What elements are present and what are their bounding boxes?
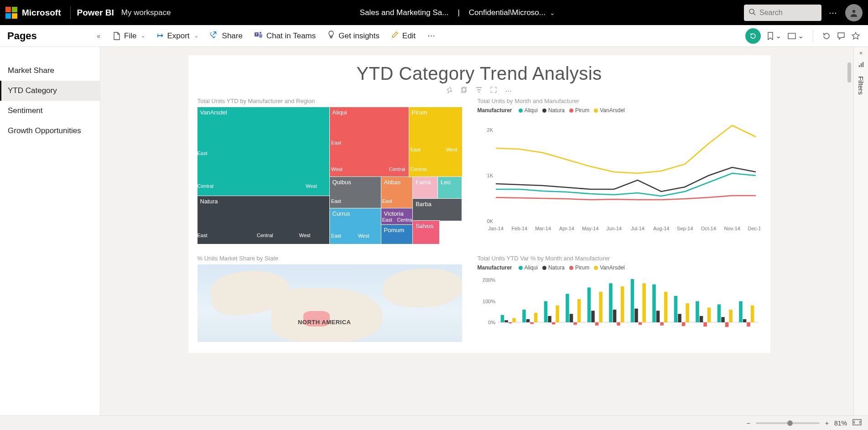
refresh-button[interactable] xyxy=(822,32,831,40)
search-input[interactable] xyxy=(759,9,817,17)
treemap-cell[interactable]: VictoriaEastCentral xyxy=(381,208,413,225)
map-visual[interactable]: % Units Market Share by State NORTH AMER… xyxy=(198,255,467,344)
svg-text:T: T xyxy=(255,33,258,36)
report-canvas[interactable]: YTD Category Trend Analysis ⋯ Total Unit… xyxy=(100,47,853,415)
treemap-visual[interactable]: Total Units YTD by Manufacturer and Regi… xyxy=(198,98,467,244)
treemap-cell[interactable]: AbbasEast xyxy=(381,177,413,208)
more-icon[interactable]: ⋯ xyxy=(505,87,512,95)
bookmark-icon xyxy=(767,32,774,40)
svg-rect-28 xyxy=(500,315,504,322)
svg-rect-64 xyxy=(696,301,699,322)
share-button[interactable]: Share xyxy=(207,28,246,43)
svg-rect-39 xyxy=(556,306,559,322)
svg-text:Apr-14: Apr-14 xyxy=(559,226,574,231)
legend-item[interactable]: Pirum xyxy=(569,107,589,114)
page-tab-sentiment[interactable]: Sentiment xyxy=(0,101,100,121)
svg-rect-35 xyxy=(534,313,537,322)
legend-item[interactable]: Natura xyxy=(542,107,565,114)
chevron-down-icon[interactable]: ⌄ xyxy=(550,9,555,16)
svg-rect-65 xyxy=(699,316,703,322)
search-icon xyxy=(748,8,756,17)
treemap-cell[interactable]: VanArsdelEastCentralWest xyxy=(198,107,330,196)
svg-rect-31 xyxy=(512,318,516,322)
account-avatar-button[interactable] xyxy=(845,4,863,21)
pages-sidebar: Market Share YTD Category Sentiment Grow… xyxy=(0,47,100,415)
legend-item[interactable]: Aliqui xyxy=(519,107,538,114)
product-label[interactable]: Power BI xyxy=(77,8,114,18)
workspace-breadcrumb[interactable]: My workspace xyxy=(121,8,171,17)
visual-header-toolbar: ⋯ xyxy=(188,87,770,95)
svg-rect-51 xyxy=(620,286,624,322)
search-input-wrap[interactable] xyxy=(744,5,821,21)
chat-in-teams-button[interactable]: T Chat in Teams xyxy=(251,28,319,43)
treemap-cell[interactable]: CurrusEastWest xyxy=(330,208,381,244)
filter-icon[interactable] xyxy=(476,87,482,95)
svg-rect-45 xyxy=(591,311,595,322)
status-bar: − + 81% xyxy=(0,415,868,430)
copy-icon[interactable] xyxy=(461,87,468,95)
view-dropdown-button[interactable]: ⌄ xyxy=(788,31,804,40)
svg-rect-62 xyxy=(681,322,685,326)
file-menu-button[interactable]: File⌄ xyxy=(109,29,149,43)
toolbar-more-button[interactable]: ⋯ xyxy=(424,28,439,43)
bar-chart-visual[interactable]: Total Units YTD Var % by Month and Manuf… xyxy=(478,255,769,344)
treemap-cell[interactable]: PirumEastWestCentral xyxy=(409,107,462,177)
edit-button[interactable]: Edit xyxy=(388,28,419,43)
report-scrollbar[interactable] xyxy=(846,55,852,410)
focus-mode-icon[interactable] xyxy=(490,87,497,95)
treemap-cell[interactable]: QuibusEast xyxy=(330,177,381,208)
page-tab-market-share[interactable]: Market Share xyxy=(0,61,100,81)
get-insights-button[interactable]: Get insights xyxy=(324,28,383,44)
treemap-cell[interactable]: Barba xyxy=(413,199,462,221)
svg-rect-67 xyxy=(707,307,711,322)
zoom-out-button[interactable]: − xyxy=(747,420,750,427)
legend-item[interactable]: Aliqui xyxy=(519,264,538,271)
svg-rect-54 xyxy=(638,322,642,325)
page-tab-growth-opportunities[interactable]: Growth Opportunities xyxy=(0,121,100,141)
svg-rect-77 xyxy=(861,63,862,67)
svg-line-1 xyxy=(754,13,755,15)
comment-button[interactable] xyxy=(837,32,845,40)
svg-rect-60 xyxy=(674,296,677,322)
svg-text:0K: 0K xyxy=(487,218,493,224)
more-options-button[interactable]: ⋯ xyxy=(829,8,838,18)
zoom-slider[interactable] xyxy=(756,422,820,424)
svg-text:100%: 100% xyxy=(482,299,495,304)
svg-rect-38 xyxy=(551,322,555,325)
legend-item[interactable]: Natura xyxy=(542,264,565,271)
fit-to-page-button[interactable] xyxy=(852,419,862,427)
treemap-cell[interactable]: Salvus xyxy=(413,221,439,244)
line-chart-visual[interactable]: Total Units by Month and Manufacturer Ma… xyxy=(478,98,769,244)
sensitivity-label[interactable]: Confidential\Microso... ⌄ xyxy=(469,8,555,17)
report-name[interactable]: Sales and Marketing Sa... xyxy=(360,8,449,17)
reset-button[interactable] xyxy=(745,28,761,44)
legend-item[interactable]: Pirum xyxy=(569,264,589,271)
zoom-level: 81% xyxy=(834,420,847,427)
treemap-cell[interactable]: Fama xyxy=(413,177,438,199)
svg-rect-52 xyxy=(630,279,634,322)
legend-item[interactable]: VanArsdel xyxy=(594,264,624,271)
svg-text:Feb-14: Feb-14 xyxy=(511,226,527,231)
treemap-cell[interactable]: Pomum xyxy=(381,225,413,244)
treemap-cell[interactable]: Leo xyxy=(438,177,462,199)
share-icon xyxy=(210,31,218,41)
divider: | xyxy=(457,8,459,17)
pin-icon[interactable] xyxy=(447,87,453,95)
chevron-down-icon: ⌄ xyxy=(798,31,804,40)
svg-rect-70 xyxy=(725,322,728,327)
treemap-cell[interactable]: NaturaEastCentralWest xyxy=(198,196,330,244)
export-menu-button[interactable]: ↦ Export⌄ xyxy=(153,28,202,43)
favorite-button[interactable] xyxy=(852,32,860,40)
pages-collapse-button[interactable]: « xyxy=(97,32,100,40)
legend-label: Manufacturer xyxy=(478,264,512,271)
legend-item[interactable]: VanArsdel xyxy=(594,107,624,114)
filters-pane-collapsed[interactable]: « Filters xyxy=(853,47,868,415)
page-tab-ytd-category[interactable]: YTD Category xyxy=(0,81,100,101)
svg-rect-74 xyxy=(747,322,750,326)
bookmark-dropdown-button[interactable]: ⌄ xyxy=(767,31,781,40)
zoom-in-button[interactable]: + xyxy=(825,420,829,427)
teams-icon: T xyxy=(255,31,263,41)
expand-filters-icon[interactable]: « xyxy=(859,50,863,56)
svg-point-2 xyxy=(852,10,855,12)
treemap-cell[interactable]: AliquiEastWestCentral xyxy=(330,107,409,177)
